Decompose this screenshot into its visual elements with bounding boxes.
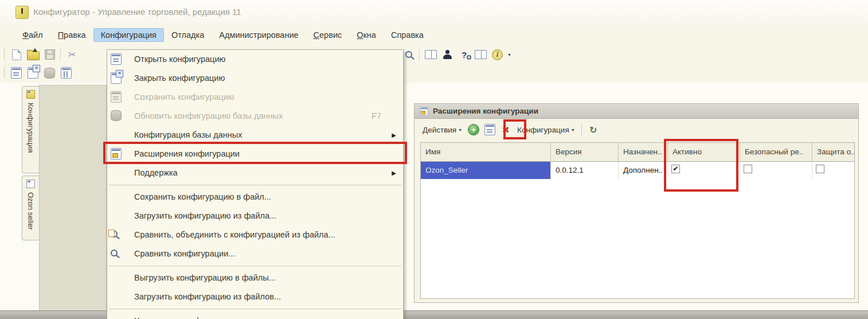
save-icon xyxy=(45,49,55,60)
scissors-icon: ✂ xyxy=(68,49,76,61)
open-file-button[interactable] xyxy=(25,47,41,62)
toolbar-drag-handle[interactable] xyxy=(2,49,5,60)
menubar-item-windows[interactable]: Окна xyxy=(349,28,384,42)
highlight-box-delete-button xyxy=(503,119,526,139)
save-button[interactable] xyxy=(42,47,57,62)
open-extension-button[interactable] xyxy=(482,122,498,137)
configuration-dropdown-menu: Открыть конфигурацию Закрыть конфигураци… xyxy=(107,49,404,319)
safe-mode-checkbox[interactable] xyxy=(744,165,752,173)
docked-panel-edge xyxy=(39,85,107,319)
menu-item-save-configuration-to-file[interactable]: Сохранить конфигурацию в файл... xyxy=(107,188,403,207)
add-icon: + xyxy=(468,124,479,135)
cell-extension-name[interactable]: Ozon_Seller xyxy=(421,162,551,179)
sidebar-tab-label: Ozon seller xyxy=(26,192,35,230)
menu-item-load-configuration-from-files[interactable]: Загрузить конфигурацию из файлов... xyxy=(107,287,403,306)
highlight-box-active-column xyxy=(664,139,738,192)
toolbar-options-caret-icon[interactable]: ▼ xyxy=(507,53,511,57)
menu-item-support[interactable]: Поддержка ▶ xyxy=(107,164,403,182)
templates-button[interactable] xyxy=(423,47,439,62)
shortcut-label: F7 xyxy=(372,107,381,126)
extensions-table: Имя Версия Назначен.. Активно Безопасный… xyxy=(420,142,855,299)
menubar-item-edit[interactable]: Правка xyxy=(50,28,93,42)
extensions-panel-titlebar[interactable]: Расширения конфигурации xyxy=(415,104,858,119)
ozon-seller-tab-icon xyxy=(26,180,35,188)
close-configuration-icon xyxy=(28,67,38,79)
extensions-panel-title: Расширения конфигурации xyxy=(433,107,538,115)
refresh-icon: ↻ xyxy=(589,125,597,135)
open-configuration-icon xyxy=(11,67,22,79)
close-configuration-button[interactable] xyxy=(25,65,41,80)
sidebar-tab-configuration[interactable]: Конфигурация xyxy=(22,86,39,173)
cell-extension-version[interactable]: 0.0.12.1 xyxy=(551,162,619,179)
menu-item-save-configuration: Сохранить конфигурацию xyxy=(107,88,403,107)
syntax-helper-button[interactable] xyxy=(440,47,455,62)
column-header-name[interactable]: Имя xyxy=(421,143,551,162)
window-titlebar: Конфигуратор - Управление торговлей, ред… xyxy=(0,0,868,26)
column-header-purpose[interactable]: Назначен.. xyxy=(619,143,668,162)
close-configuration-icon xyxy=(111,72,122,84)
menu-item-close-configuration[interactable]: Закрыть конфигурацию xyxy=(107,69,403,88)
new-document-icon xyxy=(12,49,21,60)
cut-button[interactable]: ✂ xyxy=(64,47,80,62)
database-icon xyxy=(111,110,122,121)
about-button[interactable]: i xyxy=(490,47,505,62)
menu-item-dump-configuration-to-files[interactable]: Выгрузить конфигурацию в файлы... xyxy=(107,269,403,287)
menu-separator xyxy=(109,266,401,266)
menu-separator xyxy=(109,185,401,185)
menu-item-update-db-configuration: Обновить конфигурацию базы данных F7 xyxy=(107,107,403,126)
menu-bar: Файл Правка Конфигурация Отладка Админис… xyxy=(0,25,868,45)
menu-item-compare-configurations[interactable]: Сравнить конфигурации... xyxy=(107,244,403,263)
configuration-windows-button[interactable] xyxy=(58,65,74,80)
app-icon xyxy=(15,6,29,19)
actions-dropdown-button[interactable]: Действия ▼ xyxy=(419,124,466,136)
open-configuration-icon xyxy=(111,53,122,65)
new-document-button[interactable] xyxy=(9,47,24,62)
info-icon: i xyxy=(492,49,503,60)
cell-extension-purpose[interactable]: Дополнен.. xyxy=(619,162,668,179)
protection-checkbox[interactable] xyxy=(816,165,824,173)
window-title: Конфигуратор - Управление торговлей, ред… xyxy=(33,7,241,17)
help-contents-button[interactable] xyxy=(473,47,488,62)
highlight-box-menu-extensions xyxy=(103,142,407,164)
menu-separator xyxy=(109,309,401,309)
chevron-down-icon: ▼ xyxy=(458,128,462,132)
search-icon xyxy=(405,51,412,58)
menubar-item-file[interactable]: Файл xyxy=(15,28,50,42)
menu-item-open-configuration[interactable]: Открыть конфигурацию xyxy=(107,50,403,69)
sidebar-tab-ozon-seller[interactable]: Ozon seller xyxy=(22,176,39,240)
column-header-version[interactable]: Версия xyxy=(551,143,619,162)
menubar-item-help[interactable]: Справка xyxy=(384,28,431,42)
cell-safe-mode xyxy=(740,162,812,179)
extensions-icon xyxy=(420,107,428,115)
menubar-item-service[interactable]: Сервис xyxy=(306,28,350,42)
configuration-tab-icon xyxy=(26,90,35,99)
toolbar-separator xyxy=(581,124,582,135)
menubar-item-administration[interactable]: Администрирование xyxy=(212,28,306,42)
compare-icon xyxy=(111,250,118,256)
menubar-item-configuration[interactable]: Конфигурация xyxy=(93,28,164,42)
table-row[interactable]: Ozon_Seller 0.0.12.1 Дополнен.. ✔ xyxy=(421,162,854,179)
help-search-button[interactable]: ? xyxy=(456,47,472,62)
refresh-button[interactable]: ↻ xyxy=(585,122,601,137)
menubar-item-debug[interactable]: Отладка xyxy=(164,28,212,42)
open-folder-icon xyxy=(27,52,40,60)
person-icon xyxy=(443,50,452,59)
help-search-icon: ? xyxy=(462,50,467,60)
column-header-protection[interactable]: Защита о.. xyxy=(812,143,854,162)
open-item-icon xyxy=(484,124,495,135)
add-extension-button[interactable]: + xyxy=(466,122,482,137)
toolbar-separator xyxy=(419,49,420,61)
table-header-row: Имя Версия Назначен.. Активно Безопасный… xyxy=(421,143,854,162)
toolbar-drag-handle[interactable] xyxy=(2,67,5,79)
column-header-safe-mode[interactable]: Безопасный ре.. xyxy=(740,143,812,162)
sidebar-tab-label: Конфигурация xyxy=(26,103,35,153)
extensions-toolbar: Действия ▼ + ✖ Конфигурация ▼ ↻ xyxy=(415,119,858,141)
update-db-configuration-button[interactable] xyxy=(42,65,57,80)
menu-item-configuration-repository[interactable]: Хранилище конфигурации ▶ xyxy=(107,312,403,319)
pages-icon xyxy=(425,50,437,59)
save-configuration-icon xyxy=(111,91,122,103)
menu-item-compare-merge-with-file[interactable]: Сравнить, объединить с конфигурацией из … xyxy=(107,225,403,244)
menu-item-load-configuration-from-file[interactable]: Загрузить конфигурацию из файла... xyxy=(107,207,403,225)
database-icon xyxy=(44,68,55,79)
open-configuration-button[interactable] xyxy=(9,65,24,80)
